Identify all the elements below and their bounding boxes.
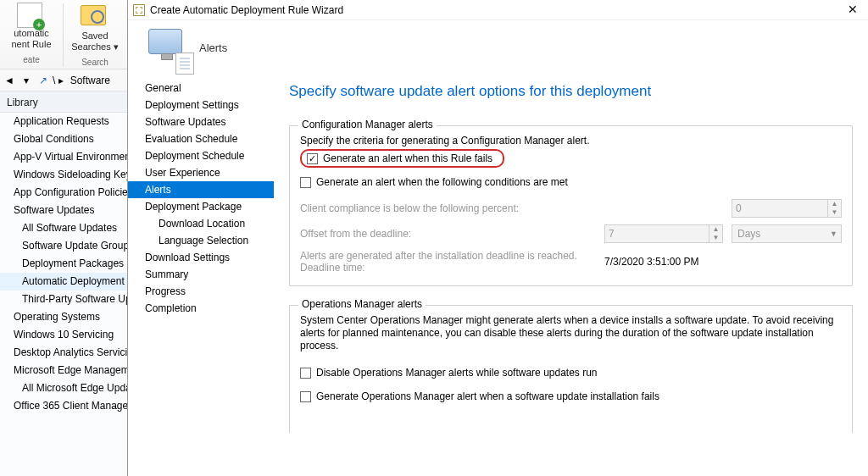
cm-rule-fail-checkbox[interactable] [307, 153, 318, 164]
dialog-title: Create Automatic Deployment Rule Wizard [150, 4, 343, 16]
cm-conditions-checkbox[interactable] [300, 177, 311, 188]
compliance-label: Client compliance is below the following… [300, 202, 596, 214]
dialog-header-title: Alerts [199, 42, 227, 54]
library-header: Library [0, 91, 127, 113]
offset-unit-combo: Days▼ [732, 224, 842, 243]
tree-item[interactable]: Third-Party Software Upda [0, 291, 127, 308]
breadcrumb[interactable]: Software [65, 75, 115, 86]
tree-item[interactable]: Automatic Deployment Ru [0, 273, 127, 291]
ribbon: utomatic nent Rule eate Saved Searches ▾… [0, 0, 127, 69]
wizard-nav-item[interactable]: Completion [128, 300, 274, 317]
nav-back-forward: ◄ ▾ ↗ \ ▸ Software [0, 69, 127, 91]
folder-search-icon [81, 5, 106, 25]
wizard-nav-item[interactable]: Download Location [128, 215, 274, 232]
tree-item[interactable]: Office 365 Client Manageme [0, 397, 127, 415]
cm-note: Specify the criteria for generating a Co… [300, 135, 842, 147]
tree-item[interactable]: Microsoft Edge Managemen [0, 362, 127, 379]
tree-item[interactable]: Windows Sideloading Key [0, 166, 127, 184]
tree-item[interactable]: Software Updates [0, 202, 127, 219]
breadcrumb-sep: \ ▸ [53, 75, 64, 86]
nav-up-icon[interactable]: ↗ [36, 73, 51, 88]
background-app: utomatic nent Rule eate Saved Searches ▾… [0, 0, 127, 476]
wizard-nav-item[interactable]: Download Settings [128, 249, 274, 266]
om-note: System Center Operations Manager might g… [300, 314, 842, 352]
wizard-nav-item[interactable]: General [128, 80, 274, 97]
wizard-nav-item[interactable]: Deployment Package [128, 198, 274, 215]
nav-back-icon[interactable]: ◄ [2, 73, 17, 88]
tree-item[interactable]: App Configuration Policies [0, 184, 127, 202]
tree-item[interactable]: Windows 10 Servicing [0, 326, 127, 344]
wizard-nav-item[interactable]: Deployment Schedule [128, 147, 274, 164]
tree-item[interactable]: Global Conditions [0, 130, 127, 148]
cm-rule-fail-label: Generate an alert when this Rule fails [323, 152, 492, 164]
wizard-title-icon [133, 4, 145, 16]
ribbon-saved-searches[interactable]: Saved Searches ▾ Search [64, 2, 126, 69]
library-tree: Application RequestsGlobal ConditionsApp… [0, 113, 127, 415]
deadline-label: Alerts are generated after the installat… [300, 250, 596, 274]
compliance-percent-spin: 0 ▲▼ [732, 199, 842, 218]
tree-item[interactable]: All Software Updates [0, 219, 127, 237]
cm-alerts-group: Configuration Manager alerts Specify the… [289, 125, 853, 286]
wizard-nav: GeneralDeployment SettingsSoftware Updat… [128, 75, 274, 476]
om-generate-checkbox[interactable] [300, 391, 311, 402]
tree-item[interactable]: Desktop Analytics Servicing [0, 344, 127, 362]
page-title: Specify software update alert options fo… [289, 83, 853, 100]
cm-conditions-label: Generate an alert when the following con… [316, 176, 568, 188]
tree-item[interactable]: All Microsoft Edge Update [0, 379, 127, 397]
wizard-nav-item[interactable]: Language Selection [128, 232, 274, 249]
wizard-nav-item[interactable]: Summary [128, 266, 274, 283]
wizard-nav-item[interactable]: Alerts [128, 181, 274, 198]
monitor-icon [148, 29, 186, 66]
doc-plus-icon [17, 3, 42, 28]
om-alerts-group: Operations Manager alerts System Center … [289, 305, 853, 433]
wizard-nav-item[interactable]: Deployment Settings [128, 97, 274, 113]
ribbon-auto-deploy-rule[interactable]: utomatic nent Rule eate [0, 2, 63, 69]
wizard-dialog: Create Automatic Deployment Rule Wizard … [127, 0, 868, 476]
wizard-content: Specify software update alert options fo… [274, 75, 868, 476]
nav-dd-icon[interactable]: ▾ [19, 73, 34, 88]
wizard-nav-item[interactable]: Progress [128, 283, 274, 300]
wizard-nav-item[interactable]: Software Updates [128, 113, 274, 130]
wizard-nav-item[interactable]: User Experience [128, 164, 274, 181]
om-disable-label: Disable Operations Manager alerts while … [316, 367, 598, 379]
om-generate-label: Generate Operations Manager alert when a… [316, 390, 659, 402]
offset-label: Offset from the deadline: [300, 228, 596, 240]
dialog-titlebar: Create Automatic Deployment Rule Wizard … [128, 0, 868, 20]
deadline-value: 7/3/2020 3:51:00 PM [604, 256, 842, 268]
dialog-header: Alerts [128, 20, 868, 75]
tree-item[interactable]: Operating Systems [0, 308, 127, 326]
tree-item[interactable]: App-V Virtual Environmen [0, 148, 127, 166]
close-button[interactable]: ✕ [841, 2, 865, 19]
offset-value-spin: 7 ▲▼ [604, 224, 723, 243]
highlight-marker: Generate an alert when this Rule fails [300, 149, 504, 168]
om-group-title: Operations Manager alerts [298, 298, 426, 310]
wizard-nav-item[interactable]: Evaluation Schedule [128, 130, 274, 147]
tree-item[interactable]: Application Requests [0, 113, 127, 130]
cm-group-title: Configuration Manager alerts [298, 119, 437, 130]
tree-item[interactable]: Deployment Packages [0, 255, 127, 273]
tree-item[interactable]: Software Update Groups [0, 237, 127, 255]
om-disable-checkbox[interactable] [300, 368, 311, 379]
